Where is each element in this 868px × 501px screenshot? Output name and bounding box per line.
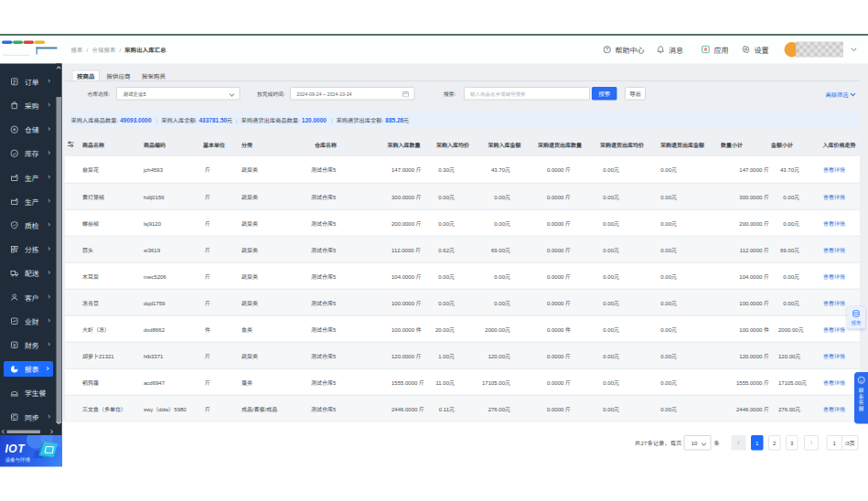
svg-text:?: ? — [605, 46, 608, 52]
